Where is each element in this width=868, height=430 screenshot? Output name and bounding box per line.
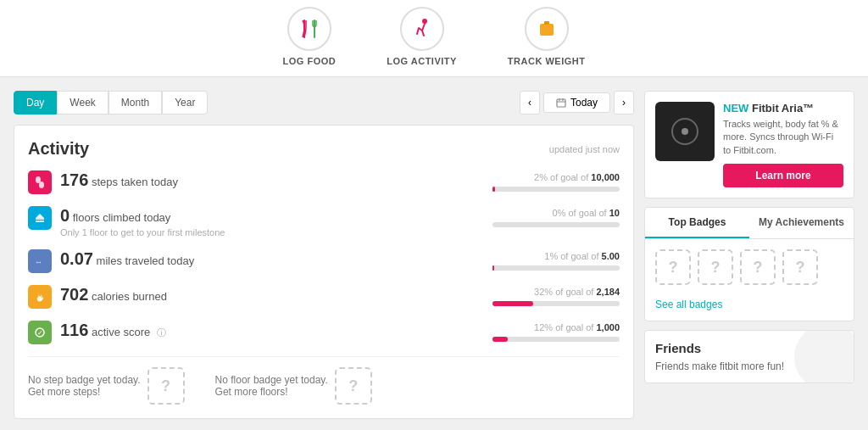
aria-card: NEW Fitbit Aria™ Tracks weight, body fat…	[644, 91, 854, 198]
badges-tabs: Top Badges My Achievements	[645, 208, 854, 239]
miles-progress: 1% of goal of 5.00	[492, 249, 620, 271]
top-nav: LOG FOOD LOG ACTIVITY TRACK WEIGHT	[0, 0, 868, 77]
miles-symbol: ↔	[33, 254, 47, 268]
period-tab-group: Day Week Month Year	[14, 91, 208, 114]
aria-header: NEW Fitbit Aria™	[723, 102, 843, 114]
badges-card: Top Badges My Achievements ? ? ? ? See a…	[644, 207, 854, 321]
today-label: Today	[570, 97, 598, 109]
miles-icon: ↔	[28, 249, 52, 273]
svg-text:↔: ↔	[35, 258, 42, 266]
main-content: Day Week Month Year ‹ Today ›	[0, 77, 868, 430]
my-achievements-tab[interactable]: My Achievements	[749, 208, 854, 238]
date-tabs: Day Week Month Year ‹ Today ›	[14, 91, 634, 114]
aria-brand: Fitbit Aria™	[752, 102, 814, 114]
badge-question-1: ?	[655, 249, 691, 285]
aria-image	[655, 102, 715, 161]
tab-year[interactable]: Year	[162, 91, 208, 114]
nav-log-activity[interactable]: LOG ACTIVITY	[387, 7, 457, 66]
today-button[interactable]: Today	[543, 92, 610, 113]
activity-header: Activity updated just now	[28, 139, 620, 159]
calories-progress: 32% of goal of 2,184	[492, 285, 620, 306]
activity-icon	[410, 17, 434, 41]
track-weight-icon-circle	[525, 7, 569, 51]
calendar-icon	[556, 98, 566, 108]
active-score-progress-fill	[492, 337, 508, 342]
badges-content: ? ? ? ?	[645, 239, 854, 295]
track-weight-label: TRACK WEIGHT	[508, 56, 586, 66]
steps-value: 176	[60, 170, 88, 189]
updated-text: updated just now	[549, 144, 620, 154]
floors-row: 0 floors climbed today Only 1 floor to g…	[28, 206, 620, 237]
badge-question-3: ?	[740, 249, 776, 285]
miles-text: 0.07 miles traveled today	[60, 254, 194, 267]
calories-progress-fill	[492, 301, 533, 306]
nav-log-food[interactable]: LOG FOOD	[283, 7, 337, 66]
log-food-icon-circle	[287, 7, 331, 51]
active-score-value: 116	[60, 321, 88, 339]
step-badge-item: No step badge yet today. Get more steps!…	[28, 367, 185, 405]
info-icon[interactable]: ⓘ	[157, 327, 166, 338]
floors-info: 0 floors climbed today Only 1 floor to g…	[60, 206, 484, 237]
floors-text: 0 floors climbed today	[60, 211, 170, 224]
learn-more-button[interactable]: Learn more	[723, 164, 843, 187]
log-activity-icon-circle	[400, 7, 444, 51]
miles-row: ↔ 0.07 miles traveled today 1% of goal o…	[28, 249, 620, 273]
aria-circle	[671, 118, 698, 145]
svg-point-10	[39, 181, 44, 188]
steps-icon	[28, 170, 52, 194]
floors-subtext: Only 1 floor to get to your first milest…	[60, 227, 484, 237]
calories-symbol	[33, 290, 47, 304]
steps-row: 176 steps taken today 2% of goal of 10,0…	[28, 170, 620, 194]
aria-dot	[682, 128, 688, 135]
active-score-progress-bg	[492, 337, 620, 342]
miles-progress-fill	[492, 265, 494, 271]
aria-info: NEW Fitbit Aria™ Tracks weight, body fat…	[723, 102, 843, 187]
floors-icon	[28, 206, 52, 230]
calories-progress-bg	[492, 301, 620, 306]
svg-marker-13	[36, 214, 44, 218]
miles-info: 0.07 miles traveled today	[60, 249, 484, 269]
step-badge-placeholder: ?	[147, 367, 185, 405]
friends-card: Friends Friends make fitbit more fun!	[644, 330, 854, 383]
floors-progress-bg	[492, 222, 620, 227]
calories-info: 702 calories burned	[60, 285, 484, 304]
nav-track-weight[interactable]: TRACK WEIGHT	[508, 7, 586, 66]
activity-title: Activity	[28, 139, 89, 159]
badge-question-4: ?	[782, 249, 818, 285]
calories-text: 702 calories burned	[60, 290, 167, 303]
calories-value: 702	[60, 285, 88, 304]
miles-progress-bg	[492, 265, 620, 271]
steps-info: 176 steps taken today	[60, 170, 484, 190]
svg-point-9	[36, 176, 41, 183]
top-badges-tab[interactable]: Top Badges	[645, 208, 749, 238]
see-all-badges-link[interactable]: See all badges	[645, 295, 854, 321]
tab-day[interactable]: Day	[14, 91, 57, 114]
miles-goal-text: 1% of goal of 5.00	[544, 251, 620, 261]
log-food-label: LOG FOOD	[283, 56, 337, 66]
floor-badge-placeholder: ?	[335, 367, 372, 405]
calories-icon	[28, 285, 52, 309]
steps-goal-text: 2% of goal of 10,000	[534, 172, 620, 182]
svg-rect-3	[540, 24, 554, 36]
svg-rect-5	[557, 99, 565, 107]
calories-row: 702 calories burned 32% of goal of 2,184	[28, 285, 620, 309]
date-navigation: ‹ Today ›	[520, 91, 634, 114]
badge-row: No step badge yet today. Get more steps!…	[28, 356, 620, 405]
steps-progress-fill	[492, 187, 495, 192]
prev-date-button[interactable]: ‹	[520, 91, 540, 114]
tab-month[interactable]: Month	[108, 91, 162, 114]
svg-rect-11	[36, 218, 44, 220]
active-score-goal-text: 12% of goal of 1,000	[534, 322, 620, 332]
svg-text:✓: ✓	[37, 329, 43, 337]
active-score-icon: ✓	[28, 321, 52, 344]
right-panel: NEW Fitbit Aria™ Tracks weight, body fat…	[644, 91, 854, 419]
miles-value: 0.07	[60, 249, 93, 268]
steps-text: 176 steps taken today	[60, 176, 178, 188]
calories-goal-text: 32% of goal of 2,184	[534, 287, 620, 297]
aria-description: Tracks weight, body fat % & more. Syncs …	[723, 118, 843, 157]
tab-week[interactable]: Week	[57, 91, 108, 114]
active-score-text: 116 active score ⓘ	[60, 326, 166, 338]
next-date-button[interactable]: ›	[614, 91, 634, 114]
steps-progress: 2% of goal of 10,000	[492, 170, 620, 192]
get-more-steps-text: Get more steps!	[28, 386, 141, 398]
